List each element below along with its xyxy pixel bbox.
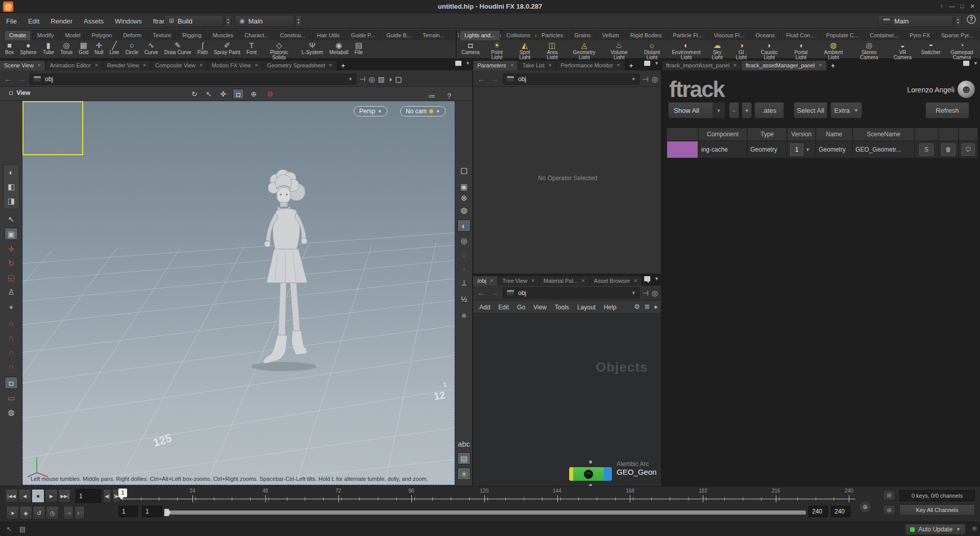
shelf-tab-texture[interactable]: Texture bbox=[148, 30, 176, 40]
shelf-tool-grid[interactable]: ▦Grid bbox=[76, 40, 91, 56]
shelf-tool-box[interactable]: ■Box bbox=[2, 40, 17, 56]
tab-take-list[interactable]: Take List✕ bbox=[518, 61, 556, 70]
playback-end-field[interactable]: 240 bbox=[808, 506, 828, 517]
shelf-tab-sparse-pyr[interactable]: Sparse Pyr... bbox=[936, 30, 978, 40]
shelf-tool-draw-curve[interactable]: ✎Draw Curve bbox=[161, 40, 194, 56]
playhead-flag[interactable]: 1 bbox=[118, 489, 127, 497]
shelf-tool-environment-light[interactable]: ◐Environment Light bbox=[668, 40, 704, 61]
version-caret-icon[interactable]: ▼ bbox=[805, 147, 810, 152]
maximize-icon[interactable]: □ bbox=[958, 2, 967, 10]
realtime-toggle-icon[interactable]: ↺ bbox=[33, 506, 45, 520]
shelf-tool-sky-light[interactable]: ☁Sky Light bbox=[704, 40, 730, 61]
shelf-tab-muscles[interactable]: Muscles bbox=[208, 30, 238, 40]
path-caret-icon[interactable]: ▼ bbox=[631, 77, 636, 82]
radial-menu-icon[interactable]: ◎ bbox=[369, 75, 375, 83]
back-icon[interactable]: ← bbox=[476, 288, 486, 297]
shade-smooth-icon[interactable]: ◐ bbox=[5, 166, 18, 179]
header-scenename[interactable]: SceneName bbox=[852, 128, 915, 141]
back-icon[interactable]: ← bbox=[3, 75, 13, 83]
pane-menu-caret-icon[interactable]: ▼ bbox=[973, 61, 978, 66]
geometry-cube-icon[interactable]: ▧ bbox=[378, 75, 384, 83]
node-display-flag[interactable] bbox=[604, 467, 612, 481]
parameters-path-combo[interactable]: obj ▼ bbox=[503, 74, 640, 85]
shelf-tab-terrain[interactable]: Terrain... bbox=[418, 30, 450, 40]
shelf-tab-constrai[interactable]: Constrai... bbox=[275, 30, 311, 40]
shelf-tab-modify[interactable]: Modify bbox=[32, 30, 59, 40]
shelf-tool-stereo-camera[interactable]: ◎Stereo Camera bbox=[851, 40, 887, 61]
view-tumble-icon[interactable]: ↻ bbox=[189, 89, 200, 99]
close-tab-icon[interactable]: ✕ bbox=[510, 63, 514, 68]
select-asset-button[interactable]: S bbox=[919, 143, 934, 156]
shelf-tool-circle[interactable]: ○Circle bbox=[122, 40, 141, 56]
close-tab-icon[interactable]: ✕ bbox=[733, 63, 737, 68]
box-zoom-icon[interactable]: ⊕ bbox=[248, 89, 259, 99]
lighting-mode-icon[interactable]: ☀ bbox=[457, 468, 471, 480]
pin-icon[interactable]: ⊣ bbox=[643, 289, 649, 297]
close-tab-icon[interactable]: ✕ bbox=[255, 63, 259, 68]
wireframe-mode-icon[interactable]: ◎ bbox=[457, 235, 471, 247]
step-back-button[interactable]: ◀| bbox=[103, 489, 111, 503]
tab-composite-view[interactable]: Composite View✕ bbox=[151, 61, 208, 70]
translate-tool-icon[interactable]: ✛ bbox=[5, 243, 18, 255]
menu-render[interactable]: Render bbox=[51, 17, 72, 25]
shelf-tab-viscous-fl[interactable]: Viscous Fl... bbox=[708, 30, 749, 40]
shelf-tool-gi-light[interactable]: ◑GI Light bbox=[730, 40, 752, 61]
channel-grid-icon[interactable]: ⊞ bbox=[883, 490, 895, 500]
geometry-node[interactable]: ◠ bbox=[569, 467, 612, 481]
audio-options-icon[interactable]: ◈ bbox=[19, 506, 32, 520]
layout-combo[interactable]: ◉ Main bbox=[235, 15, 294, 27]
level-of-detail-icon[interactable]: ½ bbox=[457, 293, 471, 305]
tab-scene-view[interactable]: Scene View✕ bbox=[0, 61, 45, 70]
snapshot-camera-icon[interactable]: ◘ bbox=[233, 89, 244, 99]
version-value[interactable]: 1 bbox=[790, 143, 803, 156]
snap-grid-magnet-icon[interactable]: ∩ bbox=[5, 318, 18, 330]
shelf-tool-metaball[interactable]: ◉Metaball bbox=[326, 40, 352, 56]
shelf-tab-lights-and[interactable]: Lights and... bbox=[459, 30, 500, 40]
pin-icon[interactable]: ⊣ bbox=[359, 75, 365, 83]
key-all-channels-button[interactable]: Key All Channels bbox=[899, 504, 975, 516]
tab-material-pal[interactable]: Material Pal...✕ bbox=[540, 276, 590, 286]
shelf-tab-model[interactable]: Model bbox=[60, 30, 85, 40]
comment-icon[interactable]: 🗩 bbox=[962, 143, 975, 156]
keyframe-options-icon[interactable]: ➤ bbox=[6, 506, 19, 520]
playback-start-field[interactable]: 1 bbox=[142, 506, 162, 517]
ghost-objects-icon[interactable]: ◌ bbox=[457, 249, 471, 261]
layout-spinner[interactable]: ▲▼ bbox=[295, 15, 302, 27]
timeline-zoom-icon[interactable]: ⊕ bbox=[859, 501, 871, 513]
background-image-icon[interactable]: ▤ bbox=[457, 452, 471, 465]
shelf-tool-area-light[interactable]: ◫Area Light bbox=[538, 40, 566, 61]
shelf-tab-collisions[interactable]: Collisions bbox=[501, 30, 535, 40]
path-caret-icon[interactable]: ▼ bbox=[348, 77, 353, 82]
menu-windows[interactable]: Windows bbox=[115, 17, 142, 25]
asset-version-cell[interactable]: 1 ▼ bbox=[787, 141, 816, 158]
add-pane-tab-icon[interactable]: + bbox=[337, 61, 350, 70]
shelf-tool-sphere[interactable]: ●Sphere bbox=[17, 40, 39, 56]
pin-icon[interactable]: ⊣ bbox=[643, 75, 649, 83]
close-tab-icon[interactable]: ✕ bbox=[531, 278, 535, 283]
no-cam-button[interactable]: No cam ▼ bbox=[400, 106, 446, 116]
header-component[interactable]: Component bbox=[698, 128, 747, 141]
shelf-tool-volume-light[interactable]: ♨Volume Light bbox=[602, 40, 635, 61]
add-pane-tab-icon[interactable]: + bbox=[625, 61, 638, 70]
view-pan-icon[interactable]: ✜ bbox=[217, 89, 229, 99]
shelf-tool-portal-light[interactable]: ◖Portal Light bbox=[786, 40, 816, 61]
parameters-pane-menu[interactable]: ▼ bbox=[644, 61, 659, 66]
forward-icon[interactable]: → bbox=[489, 288, 500, 297]
node-flag-strip[interactable] bbox=[569, 467, 573, 481]
scene-pane-menu[interactable]: ▼ bbox=[455, 61, 470, 66]
shelf-tab-deform[interactable]: Deform bbox=[118, 30, 146, 40]
shelf-tool-spot-light[interactable]: ◭Spot Light bbox=[511, 40, 538, 61]
jump-end-button[interactable]: ▶▶| bbox=[58, 489, 71, 503]
net-menu-tools[interactable]: Tools bbox=[555, 304, 569, 311]
range-start-field[interactable]: 1 bbox=[118, 506, 138, 517]
range-end-field[interactable]: 240 bbox=[831, 506, 850, 517]
shelf-tab-populate-c[interactable]: Populate C... bbox=[821, 30, 864, 40]
global-animation-options-icon[interactable]: ◷ bbox=[46, 506, 59, 520]
rotate-tool-icon[interactable]: ↻ bbox=[5, 257, 18, 270]
shelf-tool-geometry-light[interactable]: ◬Geometry Light bbox=[566, 40, 602, 61]
shelf-tool-spray-paint[interactable]: ✐Spray Paint bbox=[211, 40, 243, 56]
expand-icon[interactable]: ▸ bbox=[654, 303, 658, 310]
shelf-tool-tube[interactable]: ▮Tube bbox=[39, 40, 57, 56]
point-display-icon[interactable]: · bbox=[457, 262, 471, 275]
shelf-tool-distant-light[interactable]: ☼Distant Light bbox=[636, 40, 668, 61]
